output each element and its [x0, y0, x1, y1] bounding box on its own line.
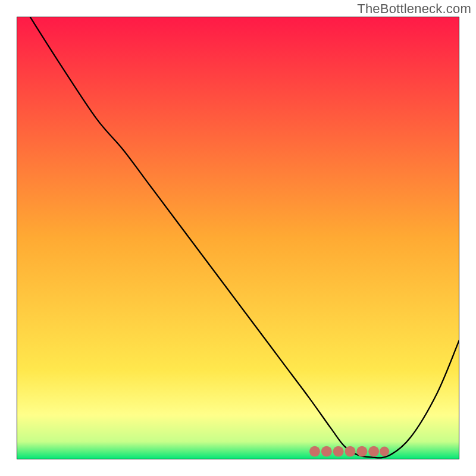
svg-rect-5 [368, 446, 379, 457]
bottleneck-chart [17, 17, 459, 459]
svg-rect-0 [309, 446, 320, 457]
svg-rect-1 [321, 446, 332, 457]
svg-rect-2 [333, 446, 344, 457]
chart-background [17, 17, 459, 459]
svg-rect-3 [345, 446, 356, 457]
chart-container [17, 17, 459, 459]
watermark-text: TheBottleneck.com [357, 1, 471, 17]
svg-rect-4 [356, 446, 367, 457]
svg-point-6 [380, 447, 389, 456]
